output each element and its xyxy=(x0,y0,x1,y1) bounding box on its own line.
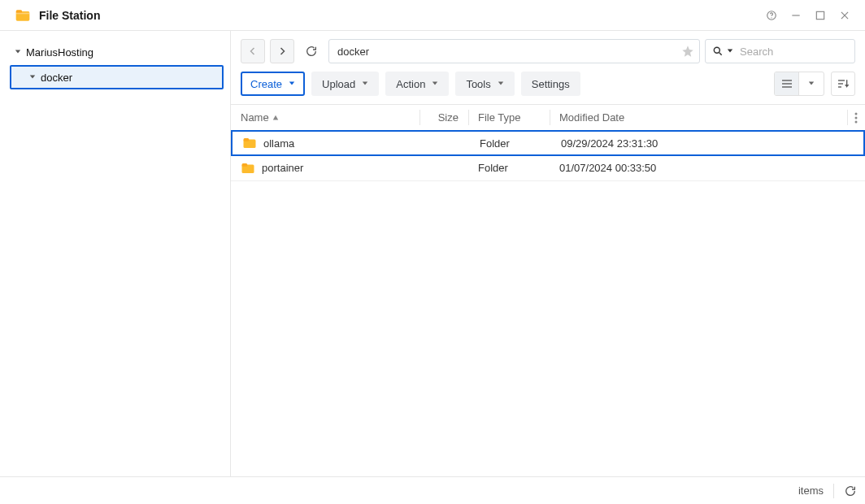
create-label: Create xyxy=(250,78,282,90)
svg-point-15 xyxy=(855,116,858,119)
col-name-label: Name xyxy=(241,111,269,124)
col-name[interactable]: Name xyxy=(231,105,419,130)
chevron-down-icon xyxy=(432,80,438,87)
nav-forward-button[interactable] xyxy=(270,39,294,63)
chevron-down-icon xyxy=(498,80,504,87)
tree-root[interactable]: MariusHosting xyxy=(7,41,224,63)
col-size-label: Size xyxy=(438,111,459,124)
tree-item-docker[interactable]: docker xyxy=(10,65,224,89)
svg-point-4 xyxy=(771,17,772,18)
chevron-down-icon xyxy=(362,80,368,87)
svg-rect-9 xyxy=(782,83,792,84)
main-panel: docker Create xyxy=(231,31,865,476)
nav-row: docker xyxy=(231,31,865,68)
col-type[interactable]: File Type xyxy=(468,105,550,130)
file-name: portainer xyxy=(262,162,303,174)
search-input[interactable] xyxy=(740,46,865,58)
sort-asc-icon xyxy=(272,115,279,121)
svg-rect-10 xyxy=(782,86,792,87)
status-bar: items xyxy=(0,476,865,504)
path-text: docker xyxy=(337,46,681,58)
svg-rect-5 xyxy=(792,15,799,15)
col-size[interactable]: Size xyxy=(419,105,468,130)
folder-icon xyxy=(241,161,255,176)
upload-label: Upload xyxy=(322,78,355,90)
tools-button[interactable]: Tools xyxy=(455,72,514,96)
col-more[interactable] xyxy=(847,105,865,130)
search-icon xyxy=(712,46,724,57)
svg-rect-13 xyxy=(838,86,841,87)
create-button[interactable]: Create xyxy=(241,72,305,96)
path-box[interactable]: docker xyxy=(328,39,700,63)
settings-label: Settings xyxy=(532,78,570,90)
file-type: Folder xyxy=(470,137,551,150)
table-row[interactable]: ollamaFolder09/29/2024 23:31:30 xyxy=(231,130,865,156)
view-mode-toggle[interactable] xyxy=(774,72,824,96)
action-label: Action xyxy=(396,78,425,90)
app-icon xyxy=(15,7,31,24)
divider xyxy=(833,484,834,498)
svg-rect-12 xyxy=(838,83,843,84)
maximize-icon[interactable] xyxy=(810,5,831,26)
help-icon[interactable] xyxy=(761,5,782,26)
file-date: 09/29/2024 23:31:30 xyxy=(551,137,863,150)
chevron-down-icon[interactable] xyxy=(13,47,23,57)
chevron-down-icon[interactable] xyxy=(727,48,733,54)
folder-icon xyxy=(242,136,257,150)
app-title: File Station xyxy=(39,9,758,22)
table-header: Name Size File Type Modified Date xyxy=(231,105,865,131)
svg-rect-2 xyxy=(16,12,30,14)
chevron-down-icon[interactable] xyxy=(28,72,37,82)
favorite-icon[interactable] xyxy=(681,45,694,58)
minimize-icon[interactable] xyxy=(785,5,806,26)
svg-rect-18 xyxy=(244,138,250,141)
svg-rect-11 xyxy=(838,80,845,80)
upload-button[interactable]: Upload xyxy=(311,72,379,96)
settings-button[interactable]: Settings xyxy=(521,72,580,96)
tree-root-label: MariusHosting xyxy=(26,46,93,59)
file-date: 01/07/2024 00:33:50 xyxy=(550,162,865,174)
table-row[interactable]: portainerFolder01/07/2024 00:33:50 xyxy=(231,155,865,181)
tools-label: Tools xyxy=(466,78,490,90)
view-mode-caret[interactable] xyxy=(799,72,824,95)
svg-rect-8 xyxy=(782,80,792,80)
search-box[interactable] xyxy=(705,39,855,63)
action-button[interactable]: Action xyxy=(385,72,449,96)
toolbar: Create Upload Action Tools xyxy=(231,68,865,104)
svg-rect-20 xyxy=(242,163,248,167)
svg-point-14 xyxy=(855,112,858,115)
file-type: Folder xyxy=(468,162,550,174)
refresh-button[interactable] xyxy=(844,484,857,497)
sort-button[interactable] xyxy=(831,72,855,96)
file-table: Name Size File Type Modified Date ollama… xyxy=(231,104,865,476)
window-titlebar: File Station xyxy=(0,0,865,31)
col-date[interactable]: Modified Date xyxy=(550,105,847,130)
list-view-icon[interactable] xyxy=(775,72,799,95)
nav-back-button[interactable] xyxy=(241,39,265,63)
file-name: ollama xyxy=(263,137,294,150)
col-date-label: Modified Date xyxy=(559,111,624,124)
folder-tree: MariusHosting docker xyxy=(0,31,231,476)
tree-item-label: docker xyxy=(41,72,72,84)
svg-point-16 xyxy=(855,120,858,123)
svg-rect-6 xyxy=(816,11,824,19)
status-items-label: items xyxy=(798,484,824,497)
refresh-button[interactable] xyxy=(299,39,324,63)
col-type-label: File Type xyxy=(478,111,521,124)
svg-point-7 xyxy=(714,47,719,53)
chevron-down-icon xyxy=(289,80,295,87)
close-icon[interactable] xyxy=(834,5,855,26)
